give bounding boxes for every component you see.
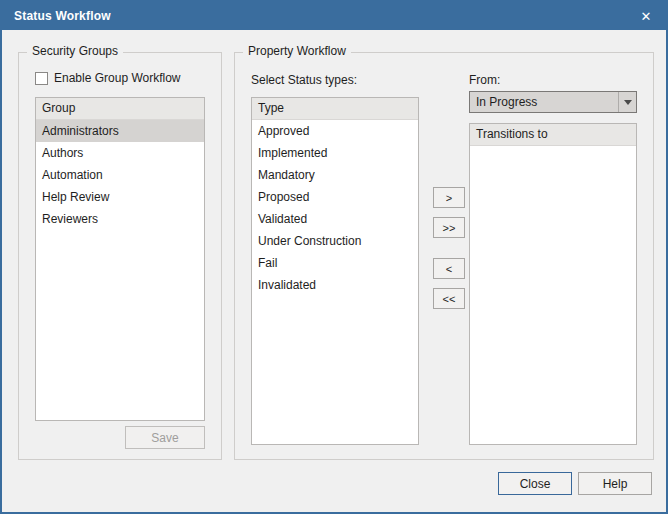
transitions-list-header[interactable]: Transitions to — [470, 124, 636, 146]
group-list-header[interactable]: Group — [36, 98, 204, 120]
security-groups-title: Security Groups — [27, 44, 123, 58]
move-right-button[interactable]: > — [433, 187, 465, 208]
group-list-item[interactable]: Reviewers — [36, 208, 204, 230]
group-list-item[interactable]: Administrators — [36, 120, 204, 142]
move-all-right-button[interactable]: >> — [433, 217, 465, 238]
close-button[interactable]: Close — [498, 472, 572, 495]
close-icon[interactable]: ✕ — [626, 2, 666, 30]
enable-group-workflow-row[interactable]: Enable Group Workflow — [35, 71, 181, 85]
enable-group-workflow-checkbox[interactable] — [35, 72, 48, 85]
group-list-items: AdministratorsAuthorsAutomationHelp Revi… — [36, 120, 204, 420]
type-list-items: ApprovedImplementedMandatoryProposedVali… — [252, 120, 418, 444]
help-button[interactable]: Help — [578, 472, 652, 495]
type-list-item[interactable]: Validated — [252, 208, 418, 230]
status-type-list[interactable]: Type ApprovedImplementedMandatoryPropose… — [251, 97, 419, 445]
enable-group-workflow-label: Enable Group Workflow — [54, 71, 181, 85]
transitions-list[interactable]: Transitions to — [469, 123, 637, 445]
type-list-item[interactable]: Invalidated — [252, 274, 418, 296]
group-list-item[interactable]: Help Review — [36, 186, 204, 208]
from-combobox[interactable]: In Progress — [469, 91, 637, 113]
window-title: Status Workflow — [2, 9, 111, 23]
type-list-item[interactable]: Proposed — [252, 186, 418, 208]
type-list-header[interactable]: Type — [252, 98, 418, 120]
property-workflow-groupbox: Property Workflow Select Status types: T… — [234, 52, 654, 460]
select-status-types-label: Select Status types: — [251, 73, 357, 87]
group-list[interactable]: Group AdministratorsAuthorsAutomationHel… — [35, 97, 205, 421]
group-list-item[interactable]: Automation — [36, 164, 204, 186]
from-label: From: — [469, 73, 500, 87]
transitions-list-items — [470, 146, 636, 444]
type-list-item[interactable]: Under Construction — [252, 230, 418, 252]
chevron-down-icon[interactable] — [618, 92, 636, 112]
move-all-left-button[interactable]: << — [433, 288, 465, 309]
security-groups-groupbox: Security Groups Enable Group Workflow Gr… — [18, 52, 222, 460]
save-button[interactable]: Save — [125, 426, 205, 449]
type-list-item[interactable]: Approved — [252, 120, 418, 142]
type-list-item[interactable]: Implemented — [252, 142, 418, 164]
group-list-item[interactable]: Authors — [36, 142, 204, 164]
from-combobox-value: In Progress — [470, 92, 618, 112]
titlebar[interactable]: Status Workflow ✕ — [2, 2, 666, 30]
type-list-item[interactable]: Mandatory — [252, 164, 418, 186]
status-workflow-dialog: Status Workflow ✕ Security Groups Enable… — [0, 0, 668, 514]
move-left-button[interactable]: < — [433, 258, 465, 279]
type-list-item[interactable]: Fail — [252, 252, 418, 274]
property-workflow-title: Property Workflow — [243, 44, 351, 58]
